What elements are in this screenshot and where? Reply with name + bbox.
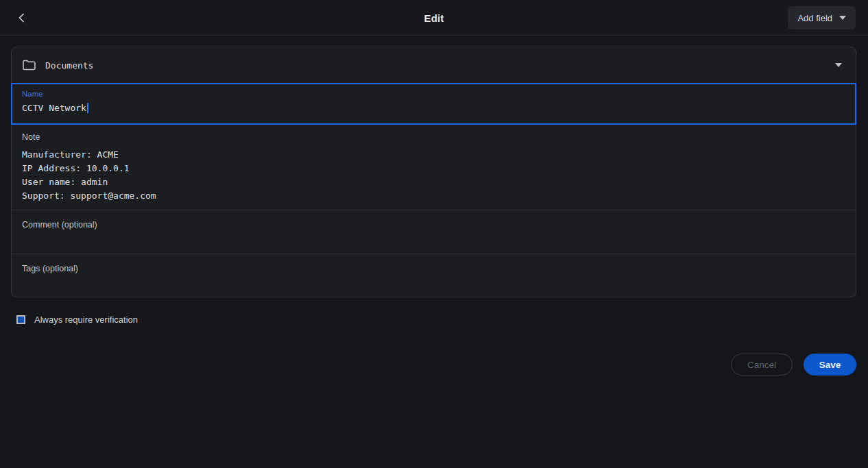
note-lines: Manufacturer: ACME IP Address: 10.0.0.1 … — [22, 148, 845, 203]
add-field-label: Add field — [797, 13, 832, 23]
comment-label: Comment (optional) — [22, 220, 845, 230]
note-field[interactable]: Note Manufacturer: ACME IP Address: 10.0… — [12, 125, 856, 210]
name-input-value[interactable]: CCTV Network — [22, 103, 86, 113]
comment-field[interactable]: Comment (optional) — [12, 210, 856, 254]
folder-icon — [23, 60, 36, 71]
note-line: IP Address: 10.0.0.1 — [22, 162, 845, 175]
verification-label: Always require verification — [34, 315, 138, 325]
folder-caret-down-icon — [835, 63, 842, 67]
page-title: Edit — [0, 0, 868, 36]
folder-name: Documents — [45, 60, 93, 71]
add-field-button[interactable]: Add field — [788, 6, 856, 29]
folder-select[interactable]: Documents — [12, 47, 856, 83]
cancel-button[interactable]: Cancel — [731, 354, 793, 375]
text-cursor — [87, 103, 88, 113]
note-line: User name: admin — [22, 175, 845, 189]
action-buttons: Cancel Save — [731, 354, 856, 375]
note-label: Note — [22, 132, 845, 142]
tags-label: Tags (optional) — [22, 264, 845, 273]
edit-form-card: Documents Name CCTV Network Note Manufac… — [11, 47, 856, 297]
tags-field[interactable]: Tags (optional) — [12, 254, 856, 297]
note-line: Manufacturer: ACME — [22, 148, 845, 162]
name-label: Name — [22, 90, 845, 98]
caret-down-icon — [839, 16, 846, 20]
verification-checkbox[interactable] — [16, 315, 25, 324]
always-require-verification-row[interactable]: Always require verification — [16, 315, 138, 325]
note-line: Support: support@acme.com — [22, 189, 845, 203]
name-field[interactable]: Name CCTV Network — [11, 83, 856, 125]
top-bar: Edit Add field — [0, 0, 868, 36]
save-button[interactable]: Save — [804, 354, 856, 375]
